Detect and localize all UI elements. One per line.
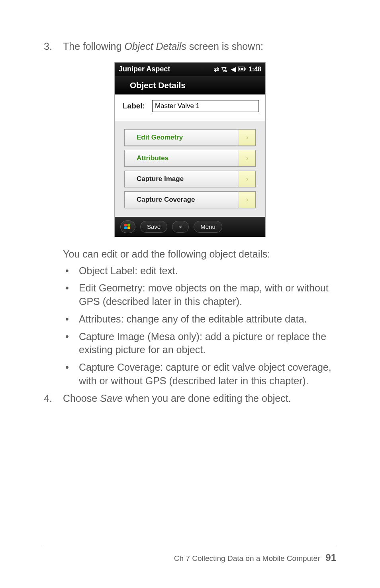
bullet-text: Edit Geometry: move objects on the map, … bbox=[79, 281, 336, 309]
bullet-item: Capture Coverage: capture or edit valve … bbox=[63, 361, 336, 388]
menu-button[interactable]: Menu bbox=[194, 221, 222, 233]
ordered-item-4-text-before: Choose bbox=[63, 393, 100, 404]
bottom-bar: Save Menu bbox=[115, 217, 265, 237]
windows-icon bbox=[123, 222, 132, 231]
bullet-list: Object Label: edit text. Edit Geometry: … bbox=[63, 264, 336, 388]
chevron-right-icon: › bbox=[239, 150, 255, 166]
app-title: Juniper Aspect bbox=[119, 65, 170, 73]
svg-rect-11 bbox=[179, 226, 180, 227]
bullet-text: Capture Coverage: capture or edit valve … bbox=[79, 361, 336, 388]
svg-rect-9 bbox=[181, 226, 181, 226]
chevron-right-icon: › bbox=[239, 130, 255, 146]
windows-start-button[interactable] bbox=[120, 220, 135, 233]
keyboard-icon bbox=[179, 224, 182, 229]
ordered-item-3-italic: Object Details bbox=[124, 41, 186, 52]
footer-chapter: Ch 7 Collecting Data on a Mobile Compute… bbox=[174, 554, 320, 563]
bullet-text: Attributes: change any of the editable a… bbox=[79, 313, 336, 326]
svg-rect-10 bbox=[181, 226, 182, 226]
ordered-item-4-number: 4. bbox=[44, 392, 63, 405]
ordered-item-3-number: 3. bbox=[44, 40, 63, 53]
svg-rect-2 bbox=[239, 68, 240, 70]
ordered-item-3: 3. The following Object Details screen i… bbox=[44, 40, 336, 53]
chevron-right-icon: › bbox=[239, 192, 255, 208]
save-button[interactable]: Save bbox=[140, 221, 167, 233]
svg-rect-13 bbox=[180, 226, 180, 227]
capture-image-label: Capture Image bbox=[137, 175, 184, 183]
attributes-label: Attributes bbox=[137, 154, 168, 162]
svg-rect-16 bbox=[180, 227, 181, 228]
footer-page-number: 91 bbox=[325, 552, 336, 563]
label-input[interactable] bbox=[152, 100, 259, 112]
svg-rect-8 bbox=[180, 226, 180, 226]
after-screenshot-text: You can edit or add the following object… bbox=[63, 248, 336, 261]
label-row: Label: bbox=[115, 94, 265, 121]
ordered-item-4-body: Choose Save when you are done editing th… bbox=[63, 392, 336, 405]
ordered-item-3-text-before: The following bbox=[63, 41, 124, 52]
svg-rect-12 bbox=[180, 226, 180, 227]
ordered-item-4: 4. Choose Save when you are done editing… bbox=[44, 392, 336, 405]
keyboard-button[interactable] bbox=[172, 221, 189, 233]
attributes-button[interactable]: Attributes › bbox=[124, 150, 256, 167]
bullet-dot bbox=[63, 313, 79, 326]
volume-icon: ◀ bbox=[231, 65, 236, 73]
bullet-item: Object Label: edit text. bbox=[63, 264, 336, 278]
label-caption: Label: bbox=[123, 102, 145, 110]
bullet-item: Attributes: change any of the editable a… bbox=[63, 313, 336, 326]
bullet-item: Capture Image (Mesa only): add a picture… bbox=[63, 330, 336, 357]
status-area: ⇄ ▽× ◀ 1:48 bbox=[214, 65, 261, 73]
svg-rect-7 bbox=[180, 226, 180, 226]
page-footer: Ch 7 Collecting Data on a Mobile Compute… bbox=[44, 548, 336, 563]
capture-coverage-label: Capture Coverage bbox=[137, 196, 195, 204]
battery-icon bbox=[238, 66, 246, 73]
capture-image-button[interactable]: Capture Image › bbox=[124, 171, 256, 187]
title-bar: Juniper Aspect ⇄ ▽× ◀ 1:48 bbox=[115, 63, 265, 76]
svg-rect-4 bbox=[242, 68, 243, 70]
ordered-item-3-text-after: screen is shown: bbox=[186, 41, 263, 52]
object-details-header: Object Details bbox=[115, 76, 265, 94]
svg-rect-6 bbox=[179, 226, 180, 226]
capture-coverage-button[interactable]: Capture Coverage › bbox=[124, 191, 256, 208]
svg-rect-14 bbox=[181, 226, 181, 227]
signal-x-icon: × bbox=[225, 69, 227, 73]
clock: 1:48 bbox=[249, 66, 261, 73]
svg-rect-15 bbox=[181, 226, 182, 227]
chevron-right-icon: › bbox=[239, 171, 255, 187]
ordered-item-4-italic: Save bbox=[100, 393, 123, 404]
bullet-text: Object Label: edit text. bbox=[79, 264, 336, 278]
bullet-dot bbox=[63, 361, 79, 388]
bullet-item: Edit Geometry: move objects on the map, … bbox=[63, 281, 336, 309]
page: 3. The following Object Details screen i… bbox=[0, 0, 380, 588]
embedded-screenshot: Juniper Aspect ⇄ ▽× ◀ 1:48 Object Detail… bbox=[114, 62, 266, 237]
ordered-item-3-body: The following Object Details screen is s… bbox=[63, 40, 336, 53]
menu-label: Menu bbox=[200, 223, 215, 230]
button-area: Edit Geometry › Attributes › Capture Ima… bbox=[115, 121, 265, 217]
ordered-item-4-text-after: when you are done editing the object. bbox=[123, 393, 291, 404]
bullet-text: Capture Image (Mesa only): add a picture… bbox=[79, 330, 336, 357]
bullet-dot bbox=[63, 281, 79, 309]
bullet-dot bbox=[63, 264, 79, 278]
edit-geometry-label: Edit Geometry bbox=[137, 134, 183, 142]
svg-rect-3 bbox=[241, 68, 242, 70]
sync-icon: ⇄ bbox=[214, 65, 219, 73]
bullet-dot bbox=[63, 330, 79, 357]
save-label: Save bbox=[147, 223, 161, 230]
edit-geometry-button[interactable]: Edit Geometry › bbox=[124, 129, 256, 146]
svg-rect-1 bbox=[245, 68, 246, 70]
